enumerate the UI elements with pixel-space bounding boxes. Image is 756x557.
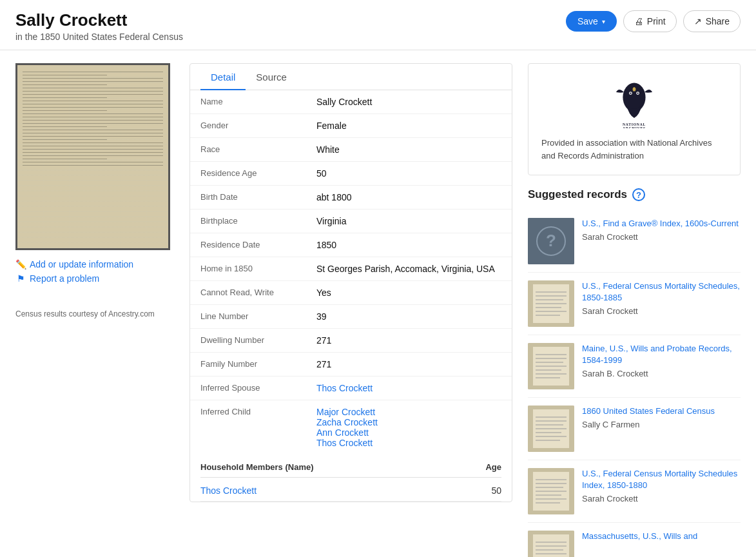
doc-line	[23, 152, 163, 153]
suggested-record-item[interactable]: U.S., Federal Census Mortality Schedules…	[528, 460, 741, 523]
household-members: Thos Crockett50	[200, 480, 501, 502]
suggested-record-thumb	[528, 280, 574, 327]
doc-line	[23, 113, 163, 114]
doc-line	[23, 126, 107, 127]
add-update-link[interactable]: ✏️ Add or update information	[15, 259, 189, 269]
suggested-record-person: Sally C Farmen	[582, 420, 741, 429]
suggested-record-person: Sarah Crockett	[582, 232, 741, 242]
tab-bar: Detail Source	[190, 64, 512, 90]
detail-row: Home in 1850St Georges Parish, Accomack,…	[190, 257, 512, 281]
pencil-icon: ✏️	[15, 259, 26, 269]
doc-line	[23, 91, 163, 92]
detail-row: Inferred ChildMajor CrockettZacha Crocke…	[190, 400, 512, 455]
doc-line	[23, 107, 163, 108]
footer-note: Census results courtesy of Ancestry.com	[15, 309, 189, 318]
suggested-records-section: Suggested records ? ? U.S., Find a Grave…	[528, 188, 741, 557]
suggested-record-item[interactable]: U.S., Federal Census Mortality Schedules…	[528, 273, 741, 335]
doc-line	[23, 117, 163, 117]
info-icon[interactable]: ?	[632, 188, 645, 201]
svg-text:NATIONAL: NATIONAL	[623, 122, 646, 126]
question-mark-icon: ?	[528, 218, 574, 264]
doc-line	[23, 165, 163, 166]
detail-value: Yes	[306, 281, 512, 305]
detail-value: 271	[306, 329, 512, 353]
detail-label: Gender	[190, 114, 306, 138]
doc-line	[23, 97, 107, 98]
suggested-record-info: 1860 United States Federal CensusSally C…	[582, 406, 741, 452]
left-column: ✏️ Add or update information ⚑ Report a …	[15, 63, 189, 318]
print-button[interactable]: 🖨 Print	[623, 10, 677, 32]
suggested-record-item[interactable]: 1860 United States Federal CensusSally C…	[528, 398, 741, 460]
share-button[interactable]: ↗ Share	[683, 10, 741, 32]
detail-label: Residence Date	[190, 233, 306, 257]
doc-line	[23, 149, 163, 150]
right-column: NATIONAL ARCHIVES Provided in associatio…	[528, 63, 741, 557]
doc-line	[23, 139, 107, 140]
doc-line	[23, 146, 163, 146]
detail-value: Thos Crockett	[306, 376, 512, 400]
suggested-record-thumb	[528, 343, 574, 389]
tab-source[interactable]: Source	[246, 64, 297, 90]
detail-row: Birth Dateabt 1800	[190, 186, 512, 210]
detail-label: Cannot Read, Write	[190, 281, 306, 305]
suggested-record-item[interactable]: ? U.S., Find a Grave® Index, 1600s-Curre…	[528, 210, 741, 273]
detail-value: St Georges Parish, Accomack, Virginia, U…	[306, 257, 512, 281]
detail-label: Family Number	[190, 353, 306, 376]
document-thumb-icon	[528, 468, 574, 514]
doc-line	[23, 78, 163, 79]
na-description: Provided in association with National Ar…	[541, 137, 727, 162]
action-links: ✏️ Add or update information ⚑ Report a …	[15, 259, 189, 284]
suggested-record-title: U.S., Find a Grave® Index, 1600s-Current	[582, 218, 741, 230]
household-header: Household Members (Name) Age	[200, 462, 501, 478]
detail-label: Name	[190, 90, 306, 114]
detail-value: Sally Crockett	[306, 90, 512, 114]
detail-row: Dwelling Number271	[190, 329, 512, 353]
svg-point-4	[637, 92, 638, 93]
detail-table: NameSally CrockettGenderFemaleRaceWhiteR…	[190, 90, 512, 454]
header-actions: Save ▾ 🖨 Print ↗ Share	[566, 10, 741, 32]
tab-detail[interactable]: Detail	[200, 64, 246, 90]
doc-line	[23, 84, 107, 85]
inferred-child-link[interactable]: Zacha Crockett	[316, 417, 501, 427]
suggested-record-thumb	[528, 406, 574, 452]
household-member-age: 50	[491, 485, 501, 496]
report-problem-link[interactable]: ⚑ Report a problem	[15, 273, 189, 284]
suggested-records-list: ? U.S., Find a Grave® Index, 1600s-Curre…	[528, 210, 741, 557]
document-thumb-icon	[528, 280, 574, 327]
detail-value: Virginia	[306, 210, 512, 233]
doc-line	[23, 162, 163, 162]
suggested-records-title: Suggested records ?	[528, 188, 741, 201]
svg-text:ARCHIVES: ARCHIVES	[623, 126, 646, 128]
detail-value: 271	[306, 353, 512, 376]
inferred-child-link[interactable]: Major Crockett	[316, 407, 501, 417]
document-thumb-icon	[528, 343, 574, 389]
doc-line	[23, 94, 163, 95]
suggested-record-info: U.S., Federal Census Mortality Schedules…	[582, 280, 741, 327]
suggested-record-title: 1860 United States Federal Census	[582, 406, 741, 417]
household-member-name[interactable]: Thos Crockett	[200, 485, 257, 496]
inferred-child-link[interactable]: Ann Crockett	[316, 427, 501, 438]
detail-row: Inferred SpouseThos Crockett	[190, 376, 512, 400]
detail-label: Inferred Child	[190, 400, 306, 455]
detail-row: Residence Age50	[190, 162, 512, 186]
doc-line	[23, 159, 107, 159]
suggested-record-thumb	[528, 531, 574, 557]
record-image[interactable]	[15, 63, 170, 250]
page-subtitle: in the 1850 United States Federal Census	[15, 32, 183, 42]
doc-line	[23, 130, 163, 130]
inferred-spouse-link[interactable]: Thos Crockett	[316, 383, 501, 393]
household-name-header: Household Members (Name)	[200, 462, 314, 472]
detail-label: Birth Date	[190, 186, 306, 210]
center-column: Detail Source NameSally CrockettGenderFe…	[189, 63, 512, 502]
detail-label: Race	[190, 138, 306, 162]
save-button[interactable]: Save ▾	[566, 11, 617, 32]
suggested-record-person: Sarah B. Crockett	[582, 369, 741, 378]
suggested-record-item[interactable]: Massachusetts, U.S., Wills and	[528, 523, 741, 557]
detail-row: Residence Date1850	[190, 233, 512, 257]
suggested-record-item[interactable]: Maine, U.S., Wills and Probate Records, …	[528, 335, 741, 398]
doc-line	[23, 142, 163, 143]
inferred-child-link[interactable]: Thos Crockett	[316, 438, 501, 448]
detail-row: BirthplaceVirginia	[190, 210, 512, 233]
print-icon: 🖨	[634, 16, 643, 26]
na-eagle-icon: NATIONAL ARCHIVES	[608, 77, 660, 128]
